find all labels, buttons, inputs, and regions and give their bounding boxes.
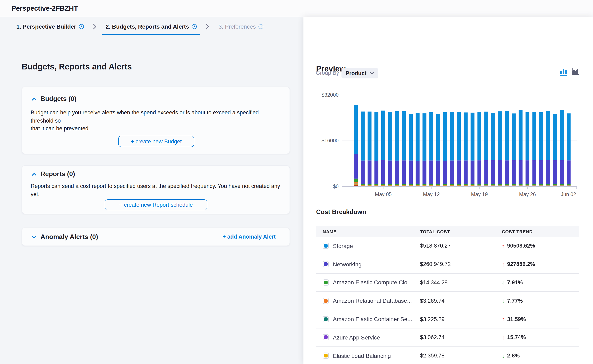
row-total-cost: $2,359.78 — [420, 352, 502, 359]
svg-text:May 05: May 05 — [375, 191, 392, 197]
series-color-swatch — [323, 334, 329, 340]
trend-arrow-icon: ↑ — [502, 316, 505, 322]
info-icon[interactable]: i — [259, 24, 264, 29]
budgets-card: Budgets (0) Budget can help you receive … — [22, 87, 290, 154]
app-window: Perspective-2FBZHT 1. Perspective Builde… — [0, 0, 593, 364]
chevron-down-icon[interactable] — [32, 235, 36, 238]
table-body: Storage $518,870.27 ↑ 90508.62% Networki… — [316, 237, 579, 364]
chevron-down-icon — [370, 72, 374, 74]
table-row: Azure App Service $3,062.74 ↑ 15.74% — [316, 328, 579, 347]
row-trend-value: 90508.62% — [507, 243, 535, 249]
table-header-row: NAME TOTAL COST COST TREND — [316, 226, 579, 237]
table-row: Networking $260,949.72 ↑ 927886.2% — [316, 255, 579, 274]
series-color-swatch — [323, 298, 329, 304]
info-icon[interactable]: i — [192, 24, 197, 29]
row-name: Amazon Elastic Container Se... — [333, 316, 412, 322]
reports-card: Reports (0) Reports can send a cost repo… — [22, 165, 290, 214]
group-by-value: Product — [346, 70, 366, 76]
table-row: Amazon Relational Database... $3,269.74 … — [316, 292, 579, 310]
page-title: Perspective-2FBZHT — [12, 5, 78, 13]
svg-text:May 26: May 26 — [519, 191, 536, 197]
row-total-cost: $3,225.29 — [420, 316, 502, 322]
series-color-swatch — [323, 243, 329, 249]
create-budget-button[interactable]: + create new Budget — [118, 136, 194, 147]
row-trend-value: 7.77% — [507, 298, 523, 304]
tab-label: 2. Budgets, Reports and Alerts — [106, 23, 189, 30]
section-heading: Budgets, Reports and Alerts — [22, 62, 132, 72]
column-header-cost-trend: COST TREND — [502, 229, 579, 234]
row-name: Networking — [333, 261, 361, 267]
bar-chart-icon[interactable] — [560, 68, 568, 77]
cost-breakdown-title: Cost Breakdown — [316, 208, 366, 216]
svg-text:May 12: May 12 — [423, 191, 440, 197]
reports-description: Reports can send a cost report to specif… — [31, 182, 288, 198]
row-trend-value: 2.8% — [507, 352, 520, 359]
group-by-label: Group By — [316, 70, 339, 76]
anomaly-card-title: Anomaly Alerts (0) — [40, 233, 98, 241]
chevron-up-icon[interactable] — [32, 173, 36, 176]
add-anomaly-alert-link[interactable]: + add Anomaly Alert — [222, 234, 276, 240]
table-row: Amazon Elastic Container Se... $3,225.29… — [316, 310, 579, 328]
row-name: Storage — [333, 243, 353, 249]
row-name: Amazon Relational Database... — [333, 298, 412, 304]
trend-arrow-icon: ↑ — [502, 243, 505, 249]
info-icon[interactable]: i — [79, 24, 84, 29]
chevron-up-icon[interactable] — [32, 98, 36, 100]
group-by-select[interactable]: Product — [341, 68, 378, 78]
trend-arrow-icon: ↓ — [502, 298, 505, 304]
table-row: Amazon Elastic Compute Clo... $14,344.28… — [316, 273, 579, 292]
row-name: Amazon Elastic Compute Clo... — [333, 279, 412, 286]
column-header-name: NAME — [316, 229, 420, 234]
tab-budgets-reports-alerts[interactable]: 2. Budgets, Reports and Alerts i — [102, 17, 200, 36]
trend-arrow-icon: ↓ — [502, 280, 505, 285]
budgets-card-title: Budgets (0) — [40, 95, 76, 103]
row-trend-value: 927886.2% — [507, 261, 535, 267]
row-trend-value: 31.59% — [507, 316, 526, 322]
preview-chart: $0$16000$32000May 05May 12May 19May 26Ju… — [303, 78, 593, 200]
area-chart-icon[interactable] — [572, 68, 580, 77]
preview-panel: Preview Group By Product $0$16000$32000M… — [303, 17, 593, 364]
row-total-cost: $518,870.27 — [420, 243, 502, 249]
create-report-schedule-button[interactable]: + create new Report schedule — [105, 199, 207, 210]
tab-preferences[interactable]: 3. Preferences i — [215, 17, 267, 36]
tab-label: 1. Perspective Builder — [16, 23, 76, 30]
reports-card-title: Reports (0) — [40, 170, 75, 178]
builder-left-panel: 1. Perspective Builder i 2. Budgets, Rep… — [0, 17, 303, 364]
budgets-description: Budget can help you receive alerts when … — [31, 109, 283, 133]
row-total-cost: $3,269.74 — [420, 298, 502, 304]
table-row: Storage $518,870.27 ↑ 90508.62% — [316, 237, 579, 255]
budgets-card-header[interactable]: Budgets (0) — [32, 95, 76, 103]
trend-arrow-icon: ↑ — [502, 261, 505, 267]
series-color-swatch — [323, 352, 329, 359]
row-trend-value: 7.91% — [507, 280, 523, 286]
svg-text:$32000: $32000 — [322, 92, 339, 98]
anomaly-alerts-card: Anomaly Alerts (0) + add Anomaly Alert — [22, 228, 290, 246]
tab-perspective-builder[interactable]: 1. Perspective Builder i — [16, 17, 87, 36]
svg-text:Jun 02: Jun 02 — [561, 191, 576, 197]
row-name: Elastic Load Balancing — [333, 352, 391, 359]
row-total-cost: $14,344.28 — [420, 280, 502, 286]
svg-text:May 19: May 19 — [471, 191, 488, 197]
row-total-cost: $260,949.72 — [420, 261, 502, 267]
row-trend-value: 15.74% — [507, 334, 526, 340]
wizard-tabs: 1. Perspective Builder i 2. Budgets, Rep… — [16, 17, 267, 36]
anomaly-card-header[interactable]: Anomaly Alerts (0) — [32, 233, 98, 241]
chevron-right-icon — [93, 24, 97, 29]
column-header-total-cost: TOTAL COST — [420, 229, 502, 234]
svg-text:$16000: $16000 — [322, 138, 339, 143]
trend-arrow-icon: ↑ — [502, 335, 505, 340]
trend-arrow-icon: ↓ — [502, 353, 505, 358]
series-color-swatch — [323, 316, 329, 322]
svg-text:$0: $0 — [333, 183, 339, 189]
chevron-right-icon — [206, 24, 210, 29]
row-name: Azure App Service — [333, 334, 380, 341]
chart-type-switcher — [560, 68, 580, 77]
reports-card-header[interactable]: Reports (0) — [32, 170, 75, 178]
table-row: Elastic Load Balancing $2,359.78 ↓ 2.8% — [316, 347, 579, 364]
row-total-cost: $3,062.74 — [420, 334, 502, 340]
top-header: Perspective-2FBZHT — [0, 0, 593, 17]
series-color-swatch — [323, 261, 329, 267]
cost-breakdown-table: NAME TOTAL COST COST TREND Storage $518,… — [316, 226, 579, 364]
series-color-swatch — [323, 280, 329, 286]
tab-label: 3. Preferences — [219, 23, 256, 30]
